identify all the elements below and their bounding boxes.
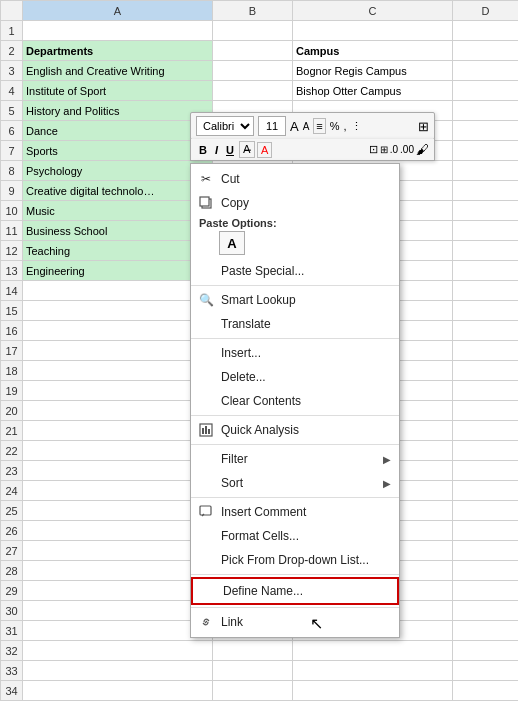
col-header-d[interactable]: D	[453, 1, 519, 21]
decimal-dec-icon[interactable]: .00	[400, 144, 414, 155]
cell-a15[interactable]	[23, 301, 213, 321]
cell-a4[interactable]: Institute of Sport	[23, 81, 213, 101]
cell-a8[interactable]: Psychology	[23, 161, 213, 181]
cell-a30[interactable]	[23, 601, 213, 621]
cell-c1[interactable]	[293, 21, 453, 41]
toolbar-more-icon[interactable]: ⋮	[351, 120, 362, 133]
cell-a9[interactable]: Creative digital technolo…	[23, 181, 213, 201]
cell-b34[interactable]	[213, 681, 293, 701]
merge-icon[interactable]: ⊞	[380, 144, 388, 155]
cell-a16[interactable]	[23, 321, 213, 341]
cell-c4[interactable]: Bishop Otter Campus	[293, 81, 453, 101]
cell-b1[interactable]	[213, 21, 293, 41]
cell-a17[interactable]	[23, 341, 213, 361]
cm-sort[interactable]: Sort ▶	[191, 471, 399, 495]
cell-c34[interactable]	[293, 681, 453, 701]
cell-d32[interactable]	[453, 641, 519, 661]
cm-translate[interactable]: Translate	[191, 312, 399, 336]
cell-d15[interactable]	[453, 301, 519, 321]
cell-d14[interactable]	[453, 281, 519, 301]
cm-delete[interactable]: Delete...	[191, 365, 399, 389]
cell-d18[interactable]	[453, 361, 519, 381]
cell-b3[interactable]	[213, 61, 293, 81]
cell-a23[interactable]	[23, 461, 213, 481]
cell-a7[interactable]: Sports	[23, 141, 213, 161]
cell-a12[interactable]: Teaching	[23, 241, 213, 261]
cell-a34[interactable]	[23, 681, 213, 701]
cell-a5[interactable]: History and Politics	[23, 101, 213, 121]
cell-a25[interactable]	[23, 501, 213, 521]
cell-a13[interactable]: Engineering	[23, 261, 213, 281]
cell-a14[interactable]	[23, 281, 213, 301]
cell-d6[interactable]	[453, 121, 519, 141]
cell-c33[interactable]	[293, 661, 453, 681]
cell-d8[interactable]	[453, 161, 519, 181]
cell-a3[interactable]: English and Creative Writing	[23, 61, 213, 81]
cell-d3[interactable]	[453, 61, 519, 81]
cell-a18[interactable]	[23, 361, 213, 381]
cell-b2[interactable]	[213, 41, 293, 61]
percent-icon[interactable]: %	[330, 120, 340, 132]
cell-d23[interactable]	[453, 461, 519, 481]
cell-d22[interactable]	[453, 441, 519, 461]
cm-define-name[interactable]: Define Name...	[191, 577, 399, 605]
cm-copy[interactable]: Copy	[191, 191, 399, 215]
cell-a33[interactable]	[23, 661, 213, 681]
cell-d4[interactable]	[453, 81, 519, 101]
italic-btn[interactable]: I	[212, 143, 221, 157]
cm-insert[interactable]: Insert...	[191, 341, 399, 365]
cell-d12[interactable]	[453, 241, 519, 261]
cell-d13[interactable]	[453, 261, 519, 281]
cell-d2[interactable]	[453, 41, 519, 61]
cell-d30[interactable]	[453, 601, 519, 621]
cell-a20[interactable]	[23, 401, 213, 421]
cell-c32[interactable]	[293, 641, 453, 661]
paint-icon[interactable]: 🖌	[416, 142, 429, 157]
cell-a32[interactable]	[23, 641, 213, 661]
font-size-input[interactable]	[258, 116, 286, 136]
cm-filter[interactable]: Filter ▶	[191, 447, 399, 471]
cell-d26[interactable]	[453, 521, 519, 541]
cell-d25[interactable]	[453, 501, 519, 521]
font-grow-icon[interactable]: A	[290, 119, 299, 134]
toolbar-table-icon[interactable]: ⊞	[418, 119, 429, 134]
cell-d28[interactable]	[453, 561, 519, 581]
comma-icon[interactable]: ,	[344, 120, 347, 132]
paste-icon-a[interactable]: A	[219, 231, 245, 255]
cell-b33[interactable]	[213, 661, 293, 681]
cell-a28[interactable]	[23, 561, 213, 581]
text-format-icon[interactable]: ≡	[313, 118, 325, 134]
cell-d11[interactable]	[453, 221, 519, 241]
cm-quick-analysis[interactable]: Quick Analysis	[191, 418, 399, 442]
cm-insert-comment[interactable]: Insert Comment	[191, 500, 399, 524]
cell-d17[interactable]	[453, 341, 519, 361]
cell-d21[interactable]	[453, 421, 519, 441]
cell-a22[interactable]	[23, 441, 213, 461]
font-name-select[interactable]: Calibri	[196, 116, 254, 136]
cell-a19[interactable]	[23, 381, 213, 401]
cell-a1[interactable]	[23, 21, 213, 41]
cell-d19[interactable]	[453, 381, 519, 401]
cell-c2[interactable]: Campus	[293, 41, 453, 61]
cell-a24[interactable]	[23, 481, 213, 501]
col-header-a[interactable]: A	[23, 1, 213, 21]
cell-border-icon[interactable]: ⊡	[369, 143, 378, 156]
cell-d24[interactable]	[453, 481, 519, 501]
cell-d33[interactable]	[453, 661, 519, 681]
cell-d29[interactable]	[453, 581, 519, 601]
cell-d7[interactable]	[453, 141, 519, 161]
cell-a11[interactable]: Business School	[23, 221, 213, 241]
font-shrink-icon[interactable]: A	[303, 121, 310, 132]
cell-a2[interactable]: Departments	[23, 41, 213, 61]
cell-d16[interactable]	[453, 321, 519, 341]
underline-btn[interactable]: U	[223, 143, 237, 157]
cell-d20[interactable]	[453, 401, 519, 421]
cell-a21[interactable]	[23, 421, 213, 441]
cell-d31[interactable]	[453, 621, 519, 641]
cm-smart-lookup[interactable]: 🔍 Smart Lookup	[191, 288, 399, 312]
cm-paste-special[interactable]: Paste Special...	[191, 259, 399, 283]
highlight-btn[interactable]: A̶	[239, 141, 255, 158]
cell-a27[interactable]	[23, 541, 213, 561]
bold-btn[interactable]: B	[196, 143, 210, 157]
cell-b32[interactable]	[213, 641, 293, 661]
